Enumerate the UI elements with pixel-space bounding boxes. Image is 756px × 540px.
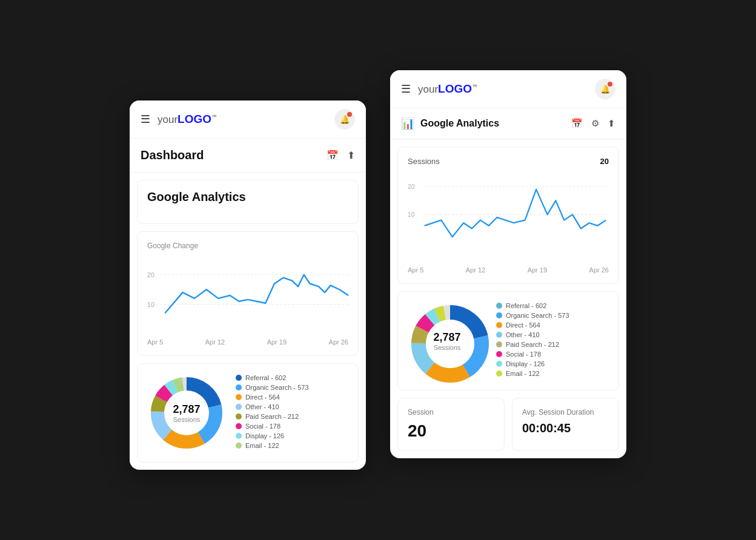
sessions-card: Sessions 20 20 10 Apr 5 Apr 12 Apr 1 — [397, 147, 619, 284]
legend-label-3: Other - 410 — [245, 403, 279, 410]
legend-dot-3 — [236, 404, 242, 410]
stats-row: Session 20 Avg. Session Duration 00:00:4… — [397, 398, 619, 451]
r-legend-item-0: Referral - 602 — [496, 302, 609, 309]
sessions-count: 20 — [600, 157, 609, 166]
sessions-chart-wrapper: 20 10 — [408, 172, 609, 263]
legend-dot-7 — [236, 443, 242, 449]
r-legend-label-1: Organic Search - 573 — [506, 312, 569, 319]
legend-item-4: Paid Search - 212 — [236, 413, 348, 420]
section-header-left: 📊 Google Analytics — [401, 117, 499, 130]
legend-item-7: Email - 122 — [236, 442, 348, 449]
r-legend-dot-6 — [496, 361, 502, 367]
legend-dot-2 — [236, 394, 242, 400]
s-x-label-3: Apr 19 — [528, 266, 547, 274]
legend-label-4: Paid Search - 212 — [245, 413, 299, 420]
section-header-right: 📊 Google Analytics 📅 ⚙ ⬆ — [390, 108, 626, 139]
donut-wrapper-right: 2,787 Sessions — [408, 301, 486, 380]
r-legend-item-2: Direct - 564 — [496, 321, 609, 329]
legend-label-7: Email - 122 — [245, 442, 279, 449]
donut-number-right: 2,787 — [433, 331, 460, 344]
legend-item-6: Display - 126 — [236, 432, 348, 440]
x-label-1: Apr 5 — [147, 338, 163, 346]
legend-dot-6 — [236, 433, 242, 439]
legend-label-1: Organic Search - 573 — [245, 384, 309, 391]
r-legend-label-2: Direct - 564 — [506, 321, 540, 329]
section-title-right: Google Analytics — [420, 118, 499, 129]
stat-value-1: 20 — [408, 421, 494, 441]
page-header: Dashboard 📅 ⬆ — [130, 139, 366, 173]
legend-item-0: Referral - 602 — [236, 374, 348, 381]
donut-number-left: 2,787 — [173, 403, 200, 416]
legend-right: Referral - 602 Organic Search - 573 Dire… — [496, 302, 609, 380]
s-x-label-4: Apr 26 — [589, 266, 609, 274]
donut-card-left: 2,787 Sessions Referral - 602 Organic Se… — [137, 363, 359, 463]
legend-dot-0 — [236, 375, 242, 381]
filter-icon-right[interactable]: ⚙ — [591, 118, 599, 129]
x-label-4: Apr 26 — [329, 338, 348, 346]
r-legend-item-4: Paid Search - 212 — [496, 341, 609, 348]
r-legend-item-7: Email - 122 — [496, 370, 609, 377]
sessions-label: Sessions — [408, 157, 440, 166]
stat-label-1: Session — [408, 408, 494, 417]
legend-item-1: Organic Search - 573 — [236, 384, 348, 391]
r-legend-dot-5 — [496, 351, 502, 357]
left-phone: ☰ yourLOGO™ 🔔 Dashboard 📅 ⬆ Google Analy… — [130, 100, 366, 470]
share-icon-left[interactable]: ⬆ — [347, 150, 355, 161]
logo-right: yourLOGO™ — [418, 82, 477, 96]
ga-card-title: Google Analytics — [147, 190, 348, 204]
notification-button-left[interactable]: 🔔 — [334, 109, 355, 130]
s-x-label-2: Apr 12 — [466, 266, 485, 274]
donut-card-right: 2,787 Sessions Referral - 602 Organic Se… — [397, 291, 619, 390]
app-header-right: ☰ yourLOGO™ 🔔 — [390, 70, 626, 108]
legend-label-0: Referral - 602 — [245, 374, 286, 381]
calendar-icon-left[interactable]: 📅 — [327, 150, 339, 161]
r-legend-label-3: Other - 410 — [506, 331, 540, 338]
ga-title-card: Google Analytics — [137, 180, 359, 224]
r-legend-label-0: Referral - 602 — [506, 302, 546, 309]
legend-item-2: Direct - 564 — [236, 393, 348, 401]
right-phone: ☰ yourLOGO™ 🔔 📊 Google Analytics 📅 ⚙ ⬆ — [390, 70, 626, 458]
legend-item-5: Social - 178 — [236, 423, 348, 430]
r-legend-label-6: Display - 126 — [506, 360, 545, 367]
chart-label-left: Google Change — [147, 242, 348, 250]
r-legend-dot-1 — [496, 312, 502, 318]
calendar-icon-right[interactable]: 📅 — [571, 118, 583, 129]
x-label-3: Apr 19 — [267, 338, 287, 346]
legend-dot-4 — [236, 413, 242, 420]
section-header-icons: 📅 ⚙ ⬆ — [571, 118, 615, 129]
r-legend-label-4: Paid Search - 212 — [506, 341, 559, 348]
r-legend-dot-0 — [496, 303, 502, 309]
r-legend-item-6: Display - 126 — [496, 360, 609, 367]
notification-button-right[interactable]: 🔔 — [595, 79, 615, 99]
chart-xaxis-left: Apr 5 Apr 12 Apr 19 Apr 26 — [147, 338, 348, 346]
hamburger-icon-right[interactable]: ☰ — [401, 82, 411, 96]
sessions-xaxis: Apr 5 Apr 12 Apr 19 Apr 26 — [408, 266, 609, 274]
stat-value-2: 00:00:45 — [522, 421, 609, 435]
legend-dot-5 — [236, 423, 242, 429]
bar-chart-icon: 📊 — [401, 117, 414, 130]
legend-left: Referral - 602 Organic Search - 573 Dire… — [236, 374, 348, 452]
r-legend-label-7: Email - 122 — [506, 370, 540, 377]
header-left: ☰ yourLOGO™ — [141, 113, 217, 126]
chart-wrapper-left: 20 10 — [147, 256, 348, 335]
legend-dot-1 — [236, 384, 242, 390]
sessions-header: Sessions 20 — [408, 157, 609, 166]
page-header-icons: 📅 ⬆ — [327, 150, 355, 161]
page-title: Dashboard — [141, 148, 204, 162]
stat-label-2: Avg. Session Duration — [522, 408, 609, 417]
hamburger-icon[interactable]: ☰ — [141, 113, 150, 126]
sessions-chart-svg: 20 10 — [408, 172, 609, 263]
donut-sub-left: Sessions — [173, 416, 200, 423]
line-chart-card-left: Google Change 20 10 Apr 5 Apr 12 Apr 19 … — [137, 231, 359, 356]
x-label-2: Apr 12 — [205, 338, 225, 346]
r-legend-dot-3 — [496, 332, 502, 338]
legend-label-6: Display - 126 — [245, 432, 284, 440]
stat-card-duration: Avg. Session Duration 00:00:45 — [512, 398, 619, 451]
r-legend-item-1: Organic Search - 573 — [496, 312, 609, 319]
legend-label-2: Direct - 564 — [245, 393, 280, 401]
logo-left: yourLOGO™ — [158, 113, 217, 126]
notification-dot-right — [608, 82, 612, 87]
line-chart-svg-left: 20 10 — [147, 256, 348, 335]
donut-center-left: 2,787 Sessions — [173, 403, 200, 423]
share-icon-right[interactable]: ⬆ — [608, 118, 615, 129]
